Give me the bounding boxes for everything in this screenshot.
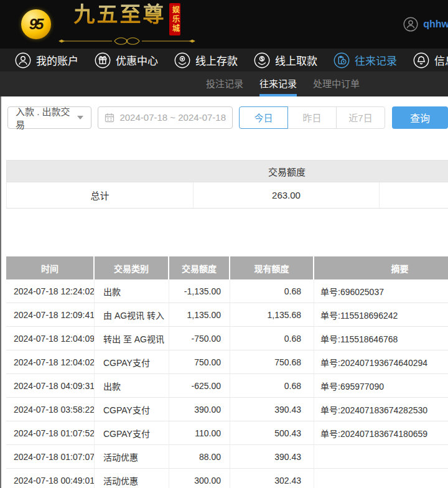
cell-type: 活动优惠 xyxy=(95,445,169,468)
table-row: 2024-07-18 12:04:02 CGPAY支付 750.00 750.6… xyxy=(6,350,448,374)
cell-balance: 750.68 xyxy=(230,350,314,373)
tab-transaction-records[interactable]: 往来记录 xyxy=(251,72,305,96)
transactions-icon xyxy=(334,52,350,68)
transaction-type-select[interactable]: 入款 . 出款交易 xyxy=(7,106,91,129)
cell-memo: 单号:202407183674282530 xyxy=(314,398,448,421)
cell-balance: 0.68 xyxy=(230,279,314,303)
table-row: 2024-07-18 12:24:02 出款 -1,135.00 0.68 单号… xyxy=(6,279,448,303)
brand-text-block: 九五至尊 娱乐城 xyxy=(58,3,195,45)
nav-label: 线上存款 xyxy=(195,52,238,68)
date-range-input[interactable]: 2024-07-18 ~ 2024-07-18 xyxy=(98,106,233,129)
cell-amount: 300.00 xyxy=(169,469,230,488)
cell-memo xyxy=(314,469,448,488)
table-row: 2024-07-18 12:09:41 由 AG视讯 转入 1,135.00 1… xyxy=(6,303,448,327)
cell-time: 2024-07-18 03:58:22 xyxy=(6,398,95,421)
nav-label: 往来记录 xyxy=(355,52,397,68)
today-button[interactable]: 今日 xyxy=(239,106,288,129)
summary-table: 交易额度 总计 263.00 xyxy=(6,160,448,209)
flourish-ornament-icon xyxy=(58,37,195,45)
search-button[interactable]: 查询 xyxy=(392,106,448,129)
brand-logo[interactable]: 95 九五至尊 娱乐城 xyxy=(21,3,195,45)
cell-type: 出款 xyxy=(95,374,169,397)
date-range-value: 2024-07-18 ~ 2024-07-18 xyxy=(119,112,226,123)
nav-item-promotions[interactable]: 优惠中心 xyxy=(95,52,158,68)
tab-betting-records[interactable]: 投注记录 xyxy=(198,72,251,96)
cell-time: 2024-07-18 01:07:52 xyxy=(6,421,95,444)
cell-balance: 390.43 xyxy=(230,398,314,421)
cell-time: 2024-07-18 12:24:02 xyxy=(6,279,95,303)
cell-time: 2024-07-18 12:04:02 xyxy=(6,350,95,373)
nav-label: 信息 xyxy=(434,52,448,68)
user-icon xyxy=(15,52,31,68)
nav-label: 我的账户 xyxy=(36,52,78,68)
tab-pending-orders[interactable]: 处理中订单 xyxy=(305,72,368,96)
cell-balance: 1,135.68 xyxy=(230,303,314,326)
cell-balance: 0.68 xyxy=(230,327,314,350)
user-area[interactable]: qhhw xyxy=(403,17,448,32)
table-row: 2024-07-18 00:49:01 活动优惠 300.00 302.43 xyxy=(6,469,448,488)
cell-balance: 500.43 xyxy=(230,421,314,444)
col-header-type: 交易类别 xyxy=(95,256,169,279)
table-row: 2024-07-18 12:04:09 转出 至 AG视讯 -750.00 0.… xyxy=(6,327,448,350)
cell-memo: 单号:695977090 xyxy=(314,374,448,397)
summary-empty-cell xyxy=(380,182,448,208)
nav-item-messages[interactable]: 信息 xyxy=(413,52,448,68)
cell-amount: 750.00 xyxy=(169,350,230,373)
username-text[interactable]: qhhw xyxy=(423,19,448,30)
nav-item-withdraw[interactable]: 线上取款 xyxy=(254,52,317,68)
summary-total-value: 263.00 xyxy=(193,182,380,208)
table-row: 2024-07-18 01:07:52 CGPAY支付 110.00 500.4… xyxy=(6,421,448,445)
record-tabs: 投注记录 往来记录 处理中订单 xyxy=(0,72,448,96)
cell-type: 活动优惠 xyxy=(95,469,169,488)
last7days-button[interactable]: 近7日 xyxy=(336,106,385,129)
cell-time: 2024-07-18 01:07:07 xyxy=(6,445,95,468)
gift-icon xyxy=(95,52,111,68)
col-header-memo: 摘要 xyxy=(314,256,448,279)
cell-amount: 110.00 xyxy=(169,421,230,444)
cell-type: CGPAY支付 xyxy=(95,350,169,373)
cell-balance: 0.68 xyxy=(230,374,314,397)
cell-type: CGPAY支付 xyxy=(95,398,169,421)
main-nav: 我的账户 优惠中心 线上存款 xyxy=(0,49,448,72)
transaction-type-value: 入款 . 出款交易 xyxy=(16,105,77,131)
yesterday-button[interactable]: 昨日 xyxy=(287,106,337,129)
cell-amount: 1,135.00 xyxy=(169,303,230,326)
cell-type: 由 AG视讯 转入 xyxy=(95,303,169,326)
nav-item-transactions[interactable]: 往来记录 xyxy=(334,52,397,68)
summary-total-row: 总计 263.00 xyxy=(6,182,448,209)
table-header-row: 时间 交易类别 交易额度 现有额度 摘要 xyxy=(6,256,448,279)
col-header-time: 时间 xyxy=(6,256,95,279)
page: 95 九五至尊 娱乐城 xyxy=(0,0,448,488)
cell-memo: 单号:696025037 xyxy=(314,279,448,303)
bell-icon xyxy=(413,52,429,68)
cell-balance: 390.43 xyxy=(230,445,314,468)
quick-date-button-group: 今日 昨日 近7日 xyxy=(239,106,385,129)
nav-item-deposit[interactable]: 线上存款 xyxy=(174,52,238,68)
cell-type: 出款 xyxy=(95,279,169,303)
cell-time: 2024-07-18 04:09:31 xyxy=(6,374,95,397)
nav-item-my-account[interactable]: 我的账户 xyxy=(15,52,78,68)
brand-logo-badge-icon: 95 xyxy=(21,9,51,39)
col-header-balance: 现有额度 xyxy=(230,256,314,279)
filter-bar: 入款 . 出款交易 2024-07-18 ~ 2024-07-18 今日 昨日 … xyxy=(0,96,448,131)
page-left-edge-divider xyxy=(0,96,1,488)
brand-name: 九五至尊 xyxy=(73,3,166,26)
table-row: 2024-07-18 04:09:31 出款 -625.00 0.68 单号:6… xyxy=(6,374,448,398)
cell-memo: 单号:202407183674180659 xyxy=(314,421,448,444)
table-row: 2024-07-18 03:58:22 CGPAY支付 390.00 390.4… xyxy=(6,398,448,421)
nav-label: 线上取款 xyxy=(275,52,317,68)
cell-memo: 单号:115518696242 xyxy=(314,303,448,326)
summary-total-label: 总计 xyxy=(6,182,193,208)
calendar-icon xyxy=(105,113,114,123)
transactions-table: 时间 交易类别 交易额度 现有额度 摘要 2024-07-18 12:24:02… xyxy=(6,256,448,488)
brand-badge-text: 95 xyxy=(29,16,42,33)
chevron-down-icon xyxy=(77,116,83,120)
deposit-icon xyxy=(174,52,190,68)
col-header-amount: 交易额度 xyxy=(169,256,230,279)
withdraw-icon xyxy=(254,52,270,68)
cell-memo: 单号:115518646768 xyxy=(314,327,448,350)
cell-time: 2024-07-18 00:49:01 xyxy=(6,469,95,488)
user-avatar-icon xyxy=(403,17,418,32)
summary-amount-header: 交易额度 xyxy=(194,165,380,178)
cell-time: 2024-07-18 12:04:09 xyxy=(6,327,95,350)
